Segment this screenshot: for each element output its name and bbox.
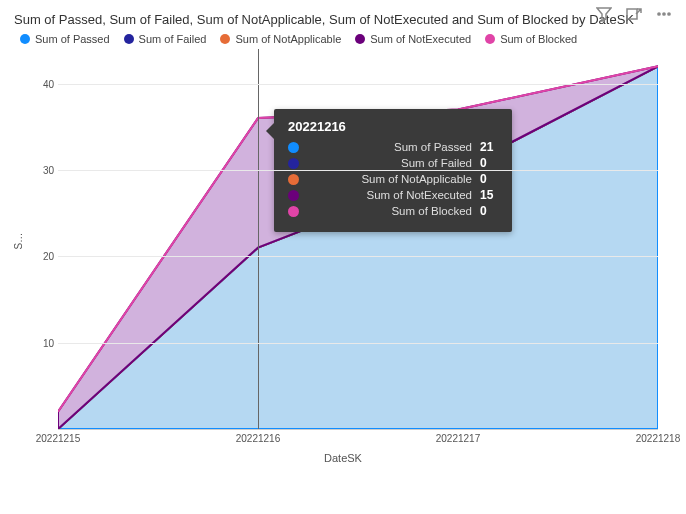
tooltip-swatch (288, 158, 299, 169)
tooltip-row: Sum of NotApplicable0 (288, 172, 498, 186)
chart-widget: Sum of Passed, Sum of Failed, Sum of Not… (0, 0, 686, 514)
tooltip-value: 21 (480, 140, 498, 154)
y-tick-label: 30 (30, 164, 54, 175)
x-tick-label: 20221215 (36, 433, 81, 444)
x-axis: 20221215202212162022121720221218 (58, 430, 658, 450)
tooltip-swatch (288, 190, 299, 201)
y-tick-label: 20 (30, 251, 54, 262)
tooltip-value: 0 (480, 156, 498, 170)
legend: Sum of PassedSum of FailedSum of NotAppl… (20, 33, 672, 45)
plot-area[interactable]: 20221216 Sum of Passed21Sum of Failed0Su… (58, 49, 658, 430)
filter-icon[interactable] (596, 6, 612, 22)
legend-label: Sum of NotApplicable (235, 33, 341, 45)
tooltip-row: Sum of Failed0 (288, 156, 498, 170)
tooltip-series-label: Sum of Passed (307, 141, 472, 153)
tooltip-swatch (288, 142, 299, 153)
legend-item[interactable]: Sum of NotApplicable (220, 33, 341, 45)
svg-point-1 (658, 13, 660, 15)
y-tick-label: 10 (30, 337, 54, 348)
x-axis-label: DateSK (14, 452, 672, 464)
legend-label: Sum of Failed (139, 33, 207, 45)
legend-swatch (485, 34, 495, 44)
tooltip-series-label: Sum of NotApplicable (307, 173, 472, 185)
legend-swatch (124, 34, 134, 44)
tooltip-title: 20221216 (288, 119, 498, 134)
tooltip-swatch (288, 174, 299, 185)
gridline (58, 256, 658, 257)
focus-mode-icon[interactable] (626, 6, 642, 22)
widget-toolbar (596, 6, 672, 22)
tooltip-series-label: Sum of NotExecuted (307, 189, 472, 201)
hover-guideline (258, 49, 259, 429)
legend-item[interactable]: Sum of Failed (124, 33, 207, 45)
legend-label: Sum of Blocked (500, 33, 577, 45)
tooltip-swatch (288, 206, 299, 217)
gridline (58, 170, 658, 171)
area-layers (58, 49, 658, 429)
legend-label: Sum of NotExecuted (370, 33, 471, 45)
svg-point-3 (668, 13, 670, 15)
tooltip-value: 0 (480, 172, 498, 186)
tooltip-series-label: Sum of Blocked (307, 205, 472, 217)
tooltip-value: 15 (480, 188, 498, 202)
gridline (58, 343, 658, 344)
x-tick-label: 20221216 (236, 433, 281, 444)
x-tick-label: 20221217 (436, 433, 481, 444)
more-options-icon[interactable] (656, 6, 672, 22)
x-tick-label: 20221218 (636, 433, 681, 444)
legend-item[interactable]: Sum of Blocked (485, 33, 577, 45)
legend-swatch (220, 34, 230, 44)
tooltip-row: Sum of Blocked0 (288, 204, 498, 218)
chart-title: Sum of Passed, Sum of Failed, Sum of Not… (14, 12, 672, 27)
tooltip-value: 0 (480, 204, 498, 218)
legend-item[interactable]: Sum of Passed (20, 33, 110, 45)
tooltip-row: Sum of Passed21 (288, 140, 498, 154)
svg-point-2 (663, 13, 665, 15)
gridline (58, 84, 658, 85)
svg-rect-0 (627, 9, 637, 19)
legend-item[interactable]: Sum of NotExecuted (355, 33, 471, 45)
y-tick-label: 40 (30, 78, 54, 89)
legend-swatch (355, 34, 365, 44)
tooltip-row: Sum of NotExecuted15 (288, 188, 498, 202)
y-axis-label: Sum of Passed, Sum of Failed, Sum of Not… (10, 49, 26, 434)
tooltip-series-label: Sum of Failed (307, 157, 472, 169)
legend-swatch (20, 34, 30, 44)
legend-label: Sum of Passed (35, 33, 110, 45)
